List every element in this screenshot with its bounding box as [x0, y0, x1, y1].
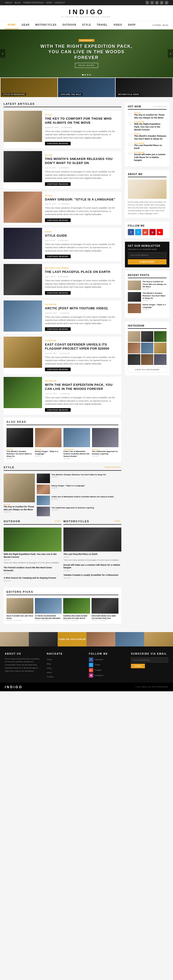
style-side-4[interactable]: The Californian Approach to Summer Layer…	[37, 507, 121, 516]
strip-overlay[interactable]: View on Instagram	[58, 632, 86, 646]
portfolio-link[interactable]: THEME PORTFOLIO	[23, 2, 44, 4]
insta-item-3[interactable]	[154, 331, 167, 342]
footer-facebook[interactable]: f Facebook	[89, 657, 126, 662]
pick-3[interactable]: SUNRISE ARE GOING IN NEW ZEALAND PICTURE…	[63, 598, 90, 620]
youtube-icon-top[interactable]: y	[165, 1, 168, 4]
style-main-article[interactable]: STYLE The Key to Comfort for Those who a…	[3, 474, 35, 516]
nav-item-motorcycles[interactable]: MOTORCYCLES	[32, 21, 59, 29]
newsletter-subscribe-button[interactable]: Subscribe	[128, 259, 167, 264]
blog-link[interactable]: BLOG	[14, 2, 21, 4]
insta-item-7[interactable]	[128, 354, 140, 365]
featured-thumb-1[interactable]: STYLE TO MOUNTAIN	[0, 78, 58, 97]
footer-instagram[interactable]: ◉ Instagram	[89, 673, 126, 678]
footer-link-home[interactable]: Home	[47, 659, 52, 660]
strip-item-6[interactable]	[144, 632, 173, 646]
outdoor-article-2[interactable]: The Finnish Outdoor Scout We Met Need So…	[3, 566, 61, 574]
nav-item-style[interactable]: STYLE	[79, 21, 94, 29]
footer-email-input[interactable]	[131, 657, 168, 662]
hot-post-3[interactable]: 03 STYLE This Month's Sneaker Releases Y…	[128, 133, 167, 140]
googleplus-icon[interactable]: g+	[142, 229, 149, 235]
cart-info[interactable]: 0 ITEMS - $0.00	[152, 24, 168, 26]
also-art-4[interactable]: STYLE The Californian Approach to Summer…	[92, 428, 119, 460]
hero-dot-1[interactable]	[82, 74, 83, 76]
continue-btn-1[interactable]: CONTINUE READING	[45, 142, 70, 145]
facebook-icon-top[interactable]: f	[146, 1, 149, 4]
continue-btn-5[interactable]: CONTINUE READING	[45, 291, 70, 295]
insta-item-1[interactable]	[128, 331, 140, 342]
footer-link-blog[interactable]: Blog	[47, 663, 51, 665]
hero-prev-arrow[interactable]: ‹	[0, 49, 5, 58]
footer-subscribe-button[interactable]: Submit	[131, 664, 145, 668]
footer-link-contact[interactable]: Contact	[47, 676, 54, 678]
nav-item-home[interactable]: HOME	[5, 21, 19, 29]
also-art-2[interactable]: STYLE Danny Gregor: "Style is a Language…	[35, 428, 62, 460]
pinterest-icon[interactable]: p	[149, 229, 156, 235]
footer-link-shop[interactable]: Shop	[47, 667, 51, 669]
site-logo[interactable]: INDIGO	[5, 8, 168, 16]
hero-dot-3[interactable]	[87, 74, 88, 76]
hero-dot-2[interactable]	[85, 74, 86, 76]
insta-item-9[interactable]	[154, 354, 167, 365]
pick-1[interactable]: RACE TO EVERY DAY LIFE TECH PICKS Aug 20…	[6, 598, 34, 620]
continue-btn-4[interactable]: CONTINUE READING	[45, 255, 70, 258]
nav-item-outdoor[interactable]: OUTDOOR	[59, 21, 79, 29]
article-title-7[interactable]: EAST COAST DEFENDER UNVEILS ITS FLAGSHIP…	[45, 343, 119, 351]
nav-item-gear[interactable]: GEAR	[19, 21, 32, 29]
recent-post-2[interactable]: This Month's Sneaker Releases You Don't …	[128, 292, 167, 302]
facebook-icon[interactable]: f	[128, 229, 134, 235]
insta-item-5[interactable]	[141, 343, 154, 353]
hero-read-more-button[interactable]: READ MORE	[75, 63, 98, 68]
moto-article-3[interactable]: Yamaha Created a Loyalty Scrambler for a…	[63, 574, 121, 579]
featured-thumb-2[interactable]: EXPLORE THE WILD	[58, 78, 115, 97]
shop-link[interactable]: SHOP	[46, 2, 52, 4]
style-side-2[interactable]: Danny Gregor: "Style is a Language" Jul …	[37, 485, 121, 494]
article-title-8[interactable]: WITH THE RIGHT EXPEDITION PACK, YOU CAN …	[45, 383, 119, 391]
hot-post-1[interactable]: 01 STYLE The Key to Comfort for Those wh…	[128, 112, 167, 119]
strip-item-1[interactable]	[0, 632, 29, 646]
contact-link[interactable]: CONTACT	[54, 2, 65, 4]
continue-btn-3[interactable]: CONTINUE READING	[45, 218, 70, 222]
strip-item-5[interactable]	[115, 632, 144, 646]
nav-item-travel[interactable]: TRAVEL	[94, 21, 111, 29]
recent-post-1[interactable]: The Key to Comfort for Those Who are Alw…	[128, 280, 167, 290]
featured-thumb-3[interactable]: MOTORCYCLE GEAR	[115, 78, 173, 97]
article-title-6[interactable]: ARCTIC [POST WITH YOUTUBE VIDEO]	[45, 307, 119, 310]
hero-dot-4[interactable]	[90, 74, 91, 76]
instagram-view-button[interactable]: View on Instagram	[128, 367, 167, 372]
hot-post-5[interactable]: 05 OUTDOOR Ducati will make you a custom…	[128, 151, 167, 162]
strip-item-2[interactable]	[29, 632, 58, 646]
continue-btn-7[interactable]: CONTINUE READING	[45, 368, 70, 371]
footer-twitter[interactable]: t Twitter	[89, 663, 126, 667]
newsletter-email-input[interactable]	[128, 252, 167, 258]
strip-item-3[interactable]: View on Instagram	[58, 632, 86, 646]
pick-4[interactable]: DISCOVER HIKING ON A NEW CULTIVATED PRAC…	[91, 598, 119, 620]
insta-item-6[interactable]	[154, 343, 167, 353]
about-link[interactable]: ABOUT	[5, 2, 12, 4]
moto-article-2[interactable]: Ducati will make you a custom Cafe Racer…	[63, 564, 121, 571]
outdoor-article-3[interactable]: A Rich Source for Camping and its Stayin…	[3, 577, 61, 582]
pinterest-icon-top[interactable]: p	[160, 1, 163, 4]
article-title-1[interactable]: THE KEY TO COMFORT FOR THOSE WHO ARE ALW…	[45, 117, 119, 125]
outdoor-article-1[interactable]: With the Right Expedition Pack, You Can …	[3, 528, 61, 564]
googleplus-icon-top[interactable]: g	[155, 1, 159, 4]
footer-googleplus[interactable]: g+ Google+	[89, 668, 126, 672]
twitter-icon-top[interactable]: t	[151, 1, 154, 4]
recent-post-3[interactable]: Danny Gregor: "Style is a Language" Jul …	[128, 304, 167, 313]
footer-logo[interactable]: INDIGO	[5, 685, 22, 689]
strip-item-4[interactable]	[86, 632, 115, 646]
hot-post-4[interactable]: 04 OUTDOOR The Last Peaceful Place on Ea…	[128, 142, 167, 150]
continue-btn-6[interactable]: CONTINUE READING	[45, 327, 70, 331]
nav-item-shop[interactable]: SHOP	[125, 21, 138, 29]
moto-article-1[interactable]: The Last Peaceful Place on Earth Jul 201…	[63, 528, 121, 562]
hot-post-2[interactable]: 02 OUTDOOR With the Right Expedition Pac…	[128, 121, 167, 131]
continue-btn-2[interactable]: CONTINUE READING	[45, 182, 70, 186]
motorcycles-more[interactable]: MORE ›	[114, 520, 121, 522]
footer-link-about[interactable]: About	[47, 671, 52, 673]
style-side-3[interactable]: A Box Use of Minimalist Outfoor Activiti…	[37, 496, 121, 505]
article-title-4[interactable]: STYLE GUIDE	[45, 234, 119, 238]
style-side-1[interactable]: This Month's Sneaker Releases You Don't …	[37, 474, 121, 483]
outdoor-more[interactable]: MORE ›	[54, 520, 61, 522]
youtube-icon[interactable]: ▶	[157, 229, 163, 235]
insta-item-8[interactable]	[141, 354, 154, 365]
twitter-icon[interactable]: t	[135, 229, 141, 235]
